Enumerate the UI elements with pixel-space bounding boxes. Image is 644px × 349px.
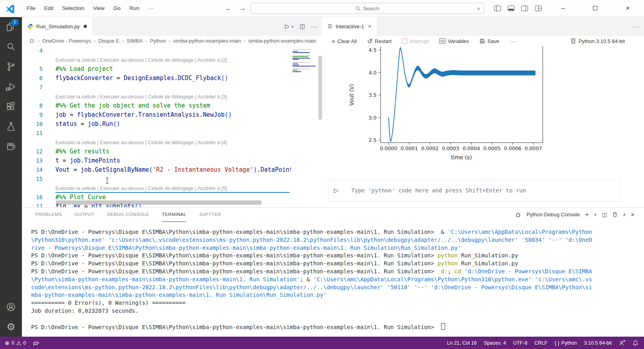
variables-button[interactable]: (x)Variables [439, 38, 469, 44]
extensions-icon[interactable] [0, 96, 22, 116]
problems-status[interactable]: ⊗ 0 ⚠ 0 [5, 340, 26, 346]
breadcrumb: D:›OneDrive - Powersys›Disque E›SIMBA›Py… [22, 36, 322, 46]
panel-tab-output[interactable]: OUTPUT [75, 208, 94, 222]
run-dropdown-icon[interactable]: ∨ [291, 24, 294, 29]
breadcrumb-item[interactable]: SIMBA [127, 38, 143, 44]
tab-interactive[interactable]: Interactive-1 × [322, 17, 377, 36]
eol-sequence[interactable]: CRLF [534, 340, 548, 346]
restart-icon: ↺ [367, 39, 372, 44]
run-file-icon[interactable]: ▷ [285, 23, 290, 30]
terminal-dropdown-icon[interactable]: ∨ [594, 212, 597, 217]
vertical-scrollbar[interactable] [318, 56, 322, 120]
interactive-output: 0.00000.00010.00020.00030.00040.00050.00… [322, 46, 644, 207]
codelens-actions[interactable]: Exécuter la cellule | Exécuter au-dessus… [22, 92, 322, 101]
code-line-11: 11 [22, 129, 322, 138]
interactive-window-icon [328, 24, 333, 29]
split-terminal-icon[interactable]: ◫ [602, 212, 607, 218]
account-icon[interactable] [0, 297, 22, 317]
interactive-input[interactable]: ▷ Type 'python' code here and press Shif… [328, 179, 620, 202]
code-editor[interactable]: 4Exécuter la cellule | Exécuter au-dessu… [22, 46, 322, 207]
codelens-actions[interactable]: Exécuter la cellule | Exécuter au-dessus… [22, 184, 322, 193]
menu-run[interactable]: Run [125, 0, 144, 17]
terminal-line: PS D:\OneDrive - Powersys\Disque E\SIMBA… [31, 268, 641, 276]
code-line-6: 6flybackConverter = DesignExamples.DCDC_… [22, 74, 322, 83]
editor-more-actions-icon[interactable]: ··· [311, 23, 318, 30]
panel-tabs: PROBLEMSOUTPUTDEBUG CONSOLETERMINALJUPYT… [22, 208, 221, 222]
feedback-person-icon[interactable] [619, 340, 625, 346]
toggle-sidebar-icon[interactable] [494, 6, 501, 11]
run-cell-icon[interactable]: ▷ [334, 187, 339, 194]
breadcrumb-item[interactable]: Disque E [98, 38, 120, 44]
maximize-panel-icon[interactable]: ∧ [623, 212, 626, 217]
breadcrumb-item[interactable]: simba-python-examples-main [248, 38, 316, 44]
breadcrumb-item[interactable]: OneDrive - Powersys [42, 38, 91, 44]
python-interpreter[interactable]: 3.10.5 64-bit [584, 340, 612, 346]
breadcrumb-item[interactable]: D: [30, 38, 35, 44]
indentation[interactable]: Spaces: 4 [484, 340, 506, 346]
restart-button[interactable]: ↺Restart [367, 38, 391, 44]
breadcrumb-item[interactable]: simba-python-examples-main [173, 38, 242, 44]
tab-run-simulation[interactable]: Run_Simulation.py [22, 17, 93, 36]
warning-count: 0 [23, 340, 26, 346]
codelens-actions[interactable]: Exécuter la cellule | Exécuter au-dessus… [22, 138, 322, 147]
tab-close-icon[interactable]: × [368, 23, 371, 29]
modified-dot-icon[interactable] [84, 25, 87, 28]
maximize-button[interactable] [579, 0, 611, 17]
kernel-icon [571, 38, 576, 44]
python-file-icon [27, 24, 33, 29]
testing-icon[interactable] [0, 116, 22, 136]
menu-edit[interactable]: Edit [40, 0, 58, 17]
menu-file[interactable]: File [22, 0, 40, 17]
go-forward-icon[interactable]: → [236, 4, 249, 12]
codelens-actions[interactable]: Exécuter la cellule | Exécuter au-dessus… [22, 55, 322, 65]
new-terminal-icon[interactable]: + [585, 211, 589, 218]
panel-tab-terminal[interactable]: TERMINAL [162, 208, 186, 222]
split-editor-icon[interactable]: ◫ [300, 23, 305, 30]
save-button[interactable]: Save [479, 38, 499, 44]
kernel-picker[interactable]: Python 3.10.5 64-bit [571, 38, 644, 44]
customize-layout-icon[interactable] [535, 6, 542, 11]
run-debug-icon[interactable] [0, 76, 22, 96]
horizontal-scrollbar[interactable] [56, 200, 261, 205]
toggle-panel-icon[interactable] [508, 6, 514, 11]
panel-tab-debug-console[interactable]: DEBUG CONSOLE [107, 208, 149, 222]
search-input[interactable]: Search ∨ [250, 3, 485, 14]
terminal-line: PS D:\OneDrive - Powersys\Disque E\SIMBA… [31, 260, 641, 268]
toolbar-more-icon[interactable]: ··· [510, 38, 517, 45]
toggle-secondary-sidebar-icon[interactable] [521, 6, 528, 11]
interactive-more-actions-icon[interactable]: ··· [633, 23, 640, 30]
error-count: 0 [12, 340, 14, 346]
search-view-icon[interactable] [0, 37, 22, 57]
menu-go[interactable]: Go [109, 0, 125, 17]
menubar: FileEditSelectionViewGoRun··· [22, 0, 158, 17]
clear-all-button[interactable]: ×Clear All [332, 38, 357, 45]
panel-tab-jupyter[interactable]: JUPYTER [199, 208, 221, 222]
menubar-more-icon[interactable]: ··· [143, 0, 158, 17]
close-panel-icon[interactable]: × [631, 211, 634, 218]
minimize-button[interactable]: ─ [547, 0, 579, 17]
breadcrumb-item[interactable]: Python [150, 38, 166, 44]
tabbar-left: Run_Simulation.py ▷∨ ◫ ··· [22, 17, 322, 36]
terminal[interactable]: PS D:\OneDrive - Powersys\Disque E\SIMBA… [31, 228, 641, 335]
encoding[interactable]: UTF-8 [513, 340, 527, 346]
settings-gear-icon[interactable]: ⚙ [0, 317, 22, 337]
remote-explorer-icon[interactable] [0, 136, 22, 156]
minimap[interactable] [291, 46, 317, 207]
cursor-position[interactable]: Ln 21, Col 16 [447, 340, 477, 346]
nav-arrows: ←→ [222, 0, 249, 17]
svg-text:0.0003: 0.0003 [442, 145, 459, 151]
explorer-icon[interactable]: 1 [0, 17, 22, 37]
console-label[interactable]: Python Debug Console [526, 212, 580, 218]
panel-tab-problems[interactable]: PROBLEMS [35, 208, 62, 222]
menu-selection[interactable]: Selection [58, 0, 89, 17]
debug-status-icon[interactable] [33, 340, 40, 346]
menu-view[interactable]: View [89, 0, 109, 17]
search-dropdown-icon[interactable]: ∨ [477, 6, 480, 11]
language-mode[interactable]: { } Python [555, 340, 577, 346]
source-control-icon[interactable] [0, 57, 22, 76]
close-button[interactable]: × [612, 0, 644, 17]
go-back-icon[interactable]: ← [222, 4, 236, 12]
svg-text:3.5: 3.5 [369, 92, 377, 98]
notifications-bell-icon[interactable] [632, 340, 638, 346]
kill-terminal-icon[interactable] [612, 212, 618, 218]
